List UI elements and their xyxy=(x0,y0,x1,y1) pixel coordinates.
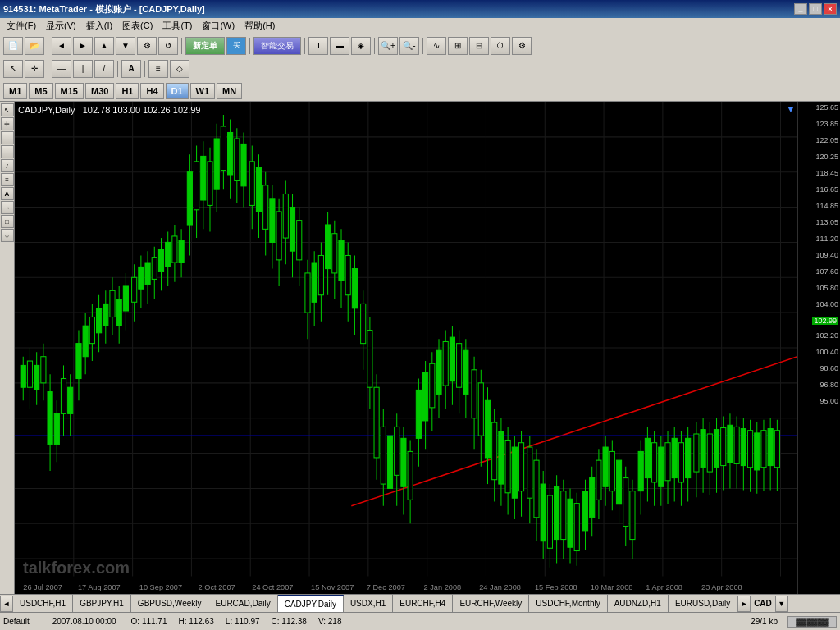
chart-type3[interactable]: ◈ xyxy=(351,37,371,55)
svg-rect-232 xyxy=(721,428,726,466)
indicator1[interactable]: ∿ xyxy=(427,37,446,55)
toolbar2: ↖ ✛ — | / A ≡ ◇ xyxy=(0,57,840,80)
page-info: 29/1 kb xyxy=(751,617,778,626)
menu-help[interactable]: 帮助(H) xyxy=(240,18,280,34)
vline-tool[interactable]: | xyxy=(73,60,93,78)
dropdown-triangle[interactable]: ▼ xyxy=(786,103,796,115)
close-button[interactable]: × xyxy=(824,3,837,15)
open-button[interactable]: 📂 xyxy=(25,37,44,55)
tf-m15[interactable]: M15 xyxy=(55,83,84,99)
left-text[interactable]: A xyxy=(1,187,14,200)
svg-text:15 Feb 2008: 15 Feb 2008 xyxy=(535,582,578,591)
tab-eurchf-h4[interactable]: EURCHF,H4 xyxy=(393,595,453,613)
tf-m30[interactable]: M30 xyxy=(85,83,114,99)
left-vline[interactable]: | xyxy=(1,145,14,158)
svg-rect-196 xyxy=(596,460,601,500)
tab-eurchf-weekly[interactable]: EURCHF,Weekly xyxy=(453,595,529,613)
indicator3[interactable]: ⊟ xyxy=(469,37,489,55)
price-current: 102.99 xyxy=(812,317,838,325)
svg-rect-130 xyxy=(368,331,372,388)
left-arrow[interactable]: → xyxy=(1,201,14,214)
left-cursor[interactable]: ↖ xyxy=(1,103,14,116)
sep5 xyxy=(374,38,375,54)
svg-rect-122 xyxy=(339,240,344,280)
up-button[interactable]: ▲ xyxy=(94,37,114,55)
draw-tool2[interactable]: ◇ xyxy=(170,60,189,78)
svg-rect-214 xyxy=(659,447,664,486)
left-hline[interactable]: — xyxy=(1,131,14,144)
menu-tools[interactable]: 工具(T) xyxy=(158,18,197,34)
tab-gbpusd-weekly[interactable]: GBPUSD,Weekly xyxy=(131,595,209,613)
menu-file[interactable]: 文件(F) xyxy=(2,18,41,34)
chart-svg[interactable]: 26 Jul 2007 17 Aug 2007 10 Sep 2007 2 Oc… xyxy=(15,102,797,594)
tf-d1[interactable]: D1 xyxy=(166,83,189,99)
svg-text:10 Mar 2008: 10 Mar 2008 xyxy=(591,582,633,591)
svg-rect-180 xyxy=(541,484,546,541)
tab-cadjpy-daily[interactable]: CADJPY,Daily xyxy=(278,595,344,613)
tf-m5[interactable]: M5 xyxy=(29,83,52,99)
tline-tool[interactable]: / xyxy=(94,60,114,78)
left-rect[interactable]: □ xyxy=(1,215,14,228)
new-chart-button[interactable]: 📄 xyxy=(3,37,23,55)
tab-usdchf-h1[interactable]: USDCHF,H1 xyxy=(13,595,73,613)
menu-window[interactable]: 窗口(W) xyxy=(197,18,240,34)
left-cross[interactable]: ✛ xyxy=(1,117,14,130)
tf-h1[interactable]: H1 xyxy=(116,83,139,99)
zoom-out[interactable]: 🔍- xyxy=(399,37,419,55)
text-tool[interactable]: A xyxy=(121,60,141,78)
tab-scroll-right[interactable]: ► xyxy=(737,596,751,612)
indicator2[interactable]: ⊞ xyxy=(448,37,468,55)
svg-rect-42 xyxy=(61,379,66,414)
menu-chart[interactable]: 图表(C) xyxy=(117,18,158,34)
forward-button[interactable]: ► xyxy=(73,37,93,55)
new-order-button[interactable]: 新定单 xyxy=(185,37,225,55)
refresh-button[interactable]: ↺ xyxy=(158,37,178,55)
tab-usdchf-monthly[interactable]: USDCHF,Monthly xyxy=(529,595,607,613)
fib-tool[interactable]: ≡ xyxy=(148,60,168,78)
props-button[interactable]: ⚙ xyxy=(137,37,157,55)
hline-tool[interactable]: — xyxy=(52,60,71,78)
svg-rect-98 xyxy=(256,167,261,212)
sep6 xyxy=(422,38,423,54)
svg-rect-70 xyxy=(158,249,163,272)
svg-rect-188 xyxy=(568,499,573,547)
tf-m1[interactable]: M1 xyxy=(3,83,27,99)
tab-eurcad-daily[interactable]: EURCAD,Daily xyxy=(208,595,277,613)
tab-cad-scroll[interactable]: ▼ xyxy=(775,596,788,612)
svg-text:2 Jan 2008: 2 Jan 2008 xyxy=(424,582,462,591)
time-btn[interactable]: ⏱ xyxy=(491,37,510,55)
tf-h4[interactable]: H4 xyxy=(140,83,163,99)
svg-rect-184 xyxy=(555,486,559,539)
menu-insert[interactable]: 插入(I) xyxy=(81,18,117,34)
left-fib[interactable]: ≡ xyxy=(1,173,14,186)
crosshair-tool[interactable]: ✛ xyxy=(25,60,44,78)
tab-eurusd-daily[interactable]: EURUSD,Daily xyxy=(669,595,737,613)
tab-gbpjpy-h1[interactable]: GBPJPY,H1 xyxy=(73,595,131,613)
tab-usdx-h1[interactable]: USDX,H1 xyxy=(344,595,393,613)
buy-button[interactable]: 买 xyxy=(226,37,246,55)
settings-btn[interactable]: ⚙ xyxy=(512,37,532,55)
svg-rect-212 xyxy=(652,443,657,482)
svg-rect-216 xyxy=(665,443,670,481)
smart-trading-button[interactable]: 智能交易 xyxy=(253,37,301,55)
svg-rect-96 xyxy=(249,162,254,206)
tab-audnzd-h1[interactable]: AUDNZD,H1 xyxy=(608,595,669,613)
maximize-button[interactable]: □ xyxy=(809,3,822,15)
svg-rect-248 xyxy=(774,431,779,468)
tab-scroll-left[interactable]: ◄ xyxy=(0,596,13,612)
chart-type1[interactable]: Ⅰ xyxy=(308,37,328,55)
svg-text:1 Apr 2008: 1 Apr 2008 xyxy=(646,582,682,591)
down-button[interactable]: ▼ xyxy=(116,37,135,55)
cursor-tool[interactable]: ↖ xyxy=(3,60,23,78)
tf-mn[interactable]: MN xyxy=(217,83,242,99)
tf-w1[interactable]: W1 xyxy=(190,83,216,99)
minimize-button[interactable]: _ xyxy=(794,3,807,15)
back-button[interactable]: ◄ xyxy=(52,37,71,55)
zoom-in[interactable]: 🔍+ xyxy=(378,37,398,55)
chart-type2[interactable]: ▬ xyxy=(330,37,349,55)
menu-view[interactable]: 显示(V) xyxy=(41,18,81,34)
chart-area[interactable]: CADJPY,Daily 102.78 103.00 102.26 102.99… xyxy=(15,102,797,594)
left-tline[interactable]: / xyxy=(1,159,14,172)
svg-rect-66 xyxy=(145,262,150,285)
left-ellipse[interactable]: ○ xyxy=(1,229,14,242)
